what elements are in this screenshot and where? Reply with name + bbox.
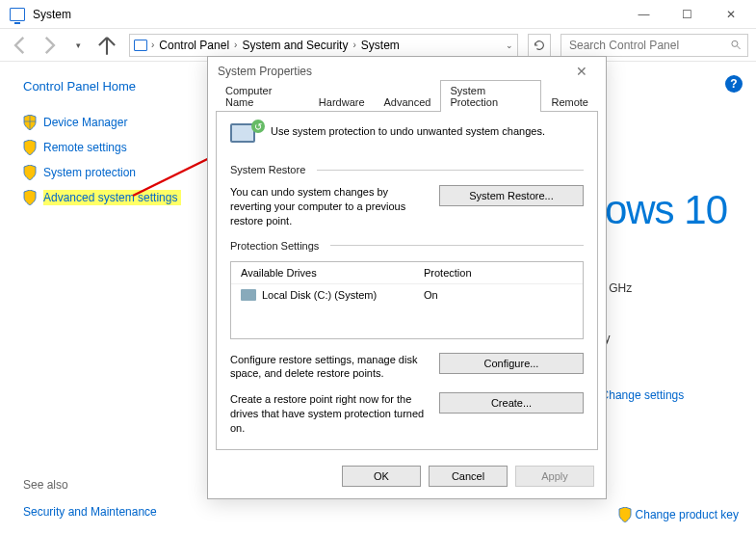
group-protection-settings: Protection Settings [230,240,319,252]
ok-button[interactable]: OK [342,466,421,487]
table-row[interactable]: Local Disk (C:) (System) On [231,283,583,306]
dialog-title: System Properties [218,65,312,78]
configure-button[interactable]: Configure... [439,353,584,374]
group-system-restore: System Restore [230,164,305,175]
see-also-header: See also [23,478,157,492]
shield-icon [23,190,37,205]
shield-icon [23,165,37,180]
chevron-right-icon[interactable]: › [151,40,154,50]
breadcrumb[interactable]: › Control Panel › System and Security › … [129,34,518,57]
svg-point-0 [732,40,738,46]
restore-text: You can undo system changes by reverting… [230,185,426,228]
table-header: Available Drives Protection [231,262,583,283]
configure-text: Configure restore settings, manage disk … [230,353,426,382]
sidebar-item-remote-settings[interactable]: Remote settings [23,140,202,155]
minimize-button[interactable]: — [622,1,665,28]
shield-icon [23,115,37,130]
intro-row: ↺ Use system protection to undo unwanted… [230,123,584,150]
col-protection: Protection [424,267,472,279]
sidebar-item-device-manager[interactable]: Device Manager [23,115,202,130]
forward-button[interactable] [37,33,62,58]
change-settings-label: Change settings [601,388,685,402]
sidebar-item-system-protection[interactable]: System protection [23,165,202,180]
monitor-icon [134,40,147,51]
drive-name: Local Disk (C:) (System) [262,289,377,301]
shield-icon [23,140,37,155]
back-button[interactable] [8,33,33,58]
tab-advanced[interactable]: Advanced [375,92,441,112]
see-also: See also Security and Maintenance [23,478,157,519]
sidebar: Control Panel Home Device Manager Remote… [0,62,202,534]
security-maintenance-link[interactable]: Security and Maintenance [23,505,157,519]
create-button[interactable]: Create... [439,392,584,414]
refresh-button[interactable] [528,34,551,57]
tab-hardware[interactable]: Hardware [309,92,375,112]
drive-icon [241,289,256,301]
intro-text: Use system protection to undo unwanted s… [271,123,545,137]
search-input[interactable] [567,38,730,53]
product-key-label: Change product key [636,508,739,521]
sidebar-item-label: System protection [43,166,136,179]
create-text: Create a restore point right now for the… [230,392,426,436]
maximize-button[interactable]: ☐ [665,1,709,28]
up-button[interactable] [94,33,119,58]
sidebar-item-label: Device Manager [43,116,127,129]
recent-dropdown[interactable]: ▾ [65,33,91,58]
tab-computer-name[interactable]: Computer Name [216,80,309,112]
help-icon[interactable]: ? [725,75,743,93]
apply-button[interactable]: Apply [515,466,594,487]
chevron-down-icon[interactable]: ⌄ [506,40,513,50]
change-product-key-link[interactable]: Change product key [618,507,739,522]
shield-icon [618,507,632,522]
system-properties-dialog: System Properties ✕ Computer Name Hardwa… [207,56,607,499]
window-title: System [33,8,71,21]
col-available-drives: Available Drives [241,267,424,279]
svg-line-1 [737,46,740,49]
crumb-control-panel[interactable]: Control Panel [156,39,232,52]
sidebar-item-label: Advanced system settings [43,190,181,205]
system-icon [10,8,25,21]
search-box[interactable] [560,34,748,57]
drives-table: Available Drives Protection Local Disk (… [230,261,584,339]
chevron-right-icon[interactable]: › [352,40,355,50]
crumb-system-security[interactable]: System and Security [239,39,351,52]
system-restore-button[interactable]: System Restore... [439,185,584,206]
dialog-close-button[interactable]: ✕ [567,64,596,79]
crumb-system[interactable]: System [358,39,403,52]
search-icon [730,39,742,51]
cancel-button[interactable]: Cancel [429,466,508,487]
system-restore-icon: ↺ [230,123,261,150]
tab-panel: ↺ Use system protection to undo unwanted… [216,111,598,450]
drive-status: On [424,289,438,301]
chevron-right-icon[interactable]: › [234,40,237,50]
sidebar-item-advanced-settings[interactable]: Advanced system settings [23,190,202,205]
tab-system-protection[interactable]: System Protection [440,80,541,112]
dialog-buttons: OK Cancel Apply [208,458,606,498]
dialog-tabs: Computer Name Hardware Advanced System P… [208,86,606,111]
titlebar: System — ☐ ✕ [0,0,756,29]
tab-remote[interactable]: Remote [541,92,598,112]
sidebar-item-label: Remote settings [43,141,127,154]
control-panel-home-link[interactable]: Control Panel Home [23,79,202,93]
close-button[interactable]: ✕ [709,1,752,28]
